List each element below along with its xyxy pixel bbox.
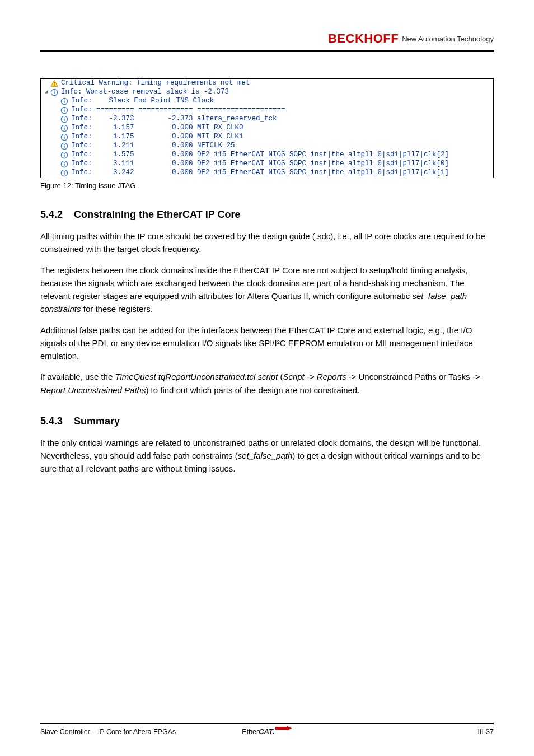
section-number: 5.4.3	[40, 416, 63, 427]
svg-rect-18	[64, 137, 64, 139]
arrow-icon	[275, 726, 292, 731]
svg-point-13	[64, 118, 65, 119]
info-icon	[60, 151, 69, 160]
ethercat-text-a: Ether	[242, 728, 259, 736]
warning-icon	[50, 79, 59, 88]
italic-term: Script -> Reports -	[283, 372, 351, 381]
page-content: Critical Warning: Timing requirements no…	[40, 78, 494, 475]
italic-term: TimeQuest tqReportUnconstrained.tcl scri…	[115, 372, 278, 381]
section-heading: 5.4.2 Constraining the EtherCAT IP Core	[40, 209, 494, 221]
svg-rect-12	[64, 119, 64, 121]
svg-point-4	[54, 91, 55, 92]
svg-point-10	[64, 109, 65, 110]
log-warning-row: Critical Warning: Timing requirements no…	[41, 79, 493, 88]
log-data-row: Info: 3.242 0.000 DE2_115_EtherCAT_NIOS_…	[41, 169, 493, 178]
info-icon	[60, 133, 69, 142]
paragraph: If available, use the TimeQuest tqReport…	[40, 370, 494, 396]
expand-caret-icon[interactable]: ◢	[43, 88, 50, 95]
svg-point-22	[64, 144, 65, 146]
svg-rect-0	[54, 82, 54, 84]
info-icon	[60, 115, 69, 124]
log-header-row: Info: Slack End Point TNS Clock	[41, 97, 493, 106]
section-title: Summary	[74, 416, 120, 427]
text: If available, use the	[40, 372, 115, 381]
log-separator-text: ========= ============= ================…	[96, 106, 285, 114]
log-data-row: Info: 1.157 0.000 MII_RX_CLK0	[41, 124, 493, 133]
page-header: BECKHOFF New Automation Technology	[40, 31, 494, 52]
info-icon	[50, 88, 59, 97]
log-data-row: Info: 1.175 0.000 MII_RX_CLK1	[41, 133, 493, 142]
footer-center: EtherCAT.	[191, 727, 343, 736]
svg-point-16	[64, 127, 65, 128]
log-data-row: Info: 1.575 0.000 DE2_115_EtherCAT_NIOS_…	[41, 151, 493, 160]
info-icon	[60, 160, 69, 169]
log-data-row: Info: -2.373 -2.373 altera_reserved_tck	[41, 115, 493, 124]
svg-rect-27	[64, 164, 64, 166]
footer-left: Slave Controller – IP Core for Altera FP…	[40, 728, 191, 736]
paragraph: If the only critical warnings are relate…	[40, 436, 494, 475]
svg-rect-6	[64, 101, 64, 103]
log-header-text: Slack End Point TNS Clock	[109, 97, 214, 105]
section-title: Constraining the EtherCAT IP Core	[74, 209, 240, 220]
info-icon	[60, 106, 69, 115]
svg-rect-24	[64, 155, 64, 157]
info-icon	[60, 124, 69, 133]
svg-point-28	[64, 162, 65, 164]
ethercat-logo: EtherCAT.	[242, 727, 292, 736]
log-line-text: Info: -2.373 -2.373 altera_reserved_tck	[71, 115, 277, 123]
svg-rect-21	[64, 146, 64, 148]
svg-point-7	[64, 100, 65, 101]
log-label: Info:	[71, 106, 96, 114]
log-data-rows: Info: -2.373 -2.373 altera_reserved_tckI…	[41, 115, 493, 178]
log-summary-text: Info: Worst-case removal slack is -2.373	[61, 88, 229, 96]
text: The registers between the clock domains …	[40, 265, 468, 301]
text: for these registers.	[81, 304, 153, 314]
log-data-row: Info: 1.211 0.000 NETCLK_25	[41, 142, 493, 151]
svg-rect-30	[64, 172, 64, 175]
brand-logo: BECKHOFF	[328, 31, 399, 46]
ethercat-text-b: CAT.	[259, 727, 274, 736]
figure-caption: Figure 12: Timing issue JTAG	[40, 181, 494, 190]
log-line-text: Info: 1.211 0.000 NETCLK_25	[71, 142, 235, 150]
info-icon	[60, 142, 69, 151]
log-line-text: Info: 1.575 0.000 DE2_115_EtherCAT_NIOS_…	[71, 151, 449, 158]
paragraph: The registers between the clock domains …	[40, 264, 494, 316]
log-separator-row: Info: ========= ============= ==========…	[41, 106, 493, 115]
log-panel: Critical Warning: Timing requirements no…	[40, 78, 494, 178]
svg-rect-1	[54, 85, 54, 86]
log-data-row: Info: 3.111 0.000 DE2_115_EtherCAT_NIOS_…	[41, 160, 493, 169]
text: ) to find out which parts of the design …	[146, 385, 359, 395]
info-icon	[60, 169, 69, 178]
figure-block: Critical Warning: Timing requirements no…	[40, 78, 494, 190]
italic-term: set_false_path	[238, 451, 293, 460]
log-line-text: Info: 1.157 0.000 MII_RX_CLK0	[71, 124, 243, 132]
svg-point-25	[64, 153, 65, 155]
log-line-text: Info: 3.111 0.000 DE2_115_EtherCAT_NIOS_…	[71, 160, 449, 167]
log-warning-text: Critical Warning: Timing requirements no…	[61, 79, 250, 87]
svg-rect-9	[64, 110, 64, 112]
paragraph: Additional false paths can be added for …	[40, 324, 494, 363]
brand-tagline: New Automation Technology	[402, 35, 494, 43]
svg-rect-3	[54, 92, 54, 94]
svg-point-31	[64, 171, 65, 172]
info-icon	[60, 97, 69, 106]
log-line-text: Info: 3.242 0.000 DE2_115_EtherCAT_NIOS_…	[71, 169, 449, 176]
text: > Unconstrained Paths or Tasks	[352, 372, 472, 381]
section-number: 5.4.2	[40, 209, 63, 220]
paragraph: All timing paths within the IP core shou…	[40, 230, 494, 256]
footer-right: III-37	[343, 728, 494, 736]
section-heading: 5.4.3 Summary	[40, 416, 494, 427]
log-label: Info:	[71, 97, 109, 105]
page-footer: Slave Controller – IP Core for Altera FP…	[40, 723, 494, 736]
log-summary-row: ◢ Info: Worst-case removal slack is -2.3…	[41, 88, 493, 97]
svg-rect-15	[64, 128, 64, 130]
svg-point-19	[64, 136, 65, 137]
log-line-text: Info: 1.175 0.000 MII_RX_CLK1	[71, 133, 243, 141]
